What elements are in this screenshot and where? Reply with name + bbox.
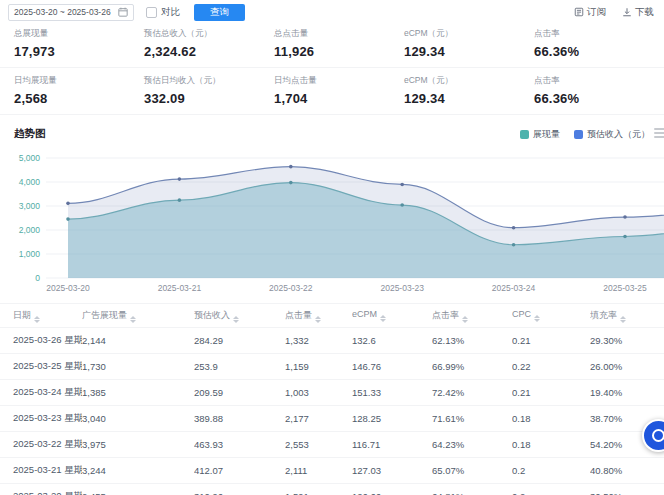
sort-icon[interactable]: [534, 315, 540, 322]
stat-value: 1,704: [274, 91, 404, 106]
sort-up-icon: [233, 316, 239, 319]
stat-value: 66.36%: [534, 44, 664, 59]
stat-card: eCPM（元）129.34: [404, 28, 534, 59]
sort-down-icon: [620, 320, 626, 323]
table-cell: 2025-03-21 星期五: [0, 458, 82, 484]
x-axis-tick-label: 2025-03-25: [603, 283, 647, 293]
table-cell: 3,040: [82, 406, 194, 432]
stat-card: 总点击量11,926: [274, 28, 404, 59]
stat-label: 日均展现量: [14, 75, 144, 87]
stat-value: 2,324.62: [144, 44, 274, 59]
checkbox-icon[interactable]: [146, 7, 157, 18]
stat-label: 点击率: [534, 75, 664, 87]
stat-label: 总点击量: [274, 28, 404, 40]
column-header[interactable]: 日期: [0, 304, 82, 328]
trend-section-header: 趋势图 展现量预估收入（元）: [0, 115, 664, 141]
sort-icon[interactable]: [462, 316, 468, 323]
table-row: 2025-03-26 星期三2,144284.291,332132.662.13…: [0, 328, 664, 354]
legend-item[interactable]: 展现量: [520, 128, 560, 141]
table-cell: 65.07%: [432, 458, 512, 484]
y-axis-tick-label: 5,000: [19, 153, 41, 163]
impressions-data-point: [400, 203, 404, 207]
download-label: 下载: [635, 6, 654, 19]
column-header[interactable]: eCPM: [352, 304, 432, 328]
trend-chart[interactable]: 01,0002,0003,0004,0005,0002025-03-202025…: [0, 143, 664, 295]
stat-label: 日均点击量: [274, 75, 404, 87]
table-cell: 310.96: [194, 484, 285, 495]
stats-row: 日均展现量2,568预估日均收入（元）332.09日均点击量1,704eCPM（…: [0, 68, 664, 115]
sort-icon[interactable]: [620, 316, 626, 323]
sort-icon[interactable]: [34, 316, 40, 323]
sort-down-icon: [315, 320, 321, 323]
stat-card: eCPM（元）129.34: [404, 75, 534, 106]
query-button[interactable]: 查询: [194, 4, 245, 21]
table-cell: 2,455: [82, 484, 194, 495]
toolbar: 2025-03-20 ~ 2025-03-26 对比 查询 订阅 下载: [0, 0, 664, 21]
table-cell: 2025-03-26 星期三: [0, 328, 82, 354]
column-header-label: 广告展现量: [82, 310, 127, 320]
stat-card: 点击率66.36%: [534, 75, 664, 106]
sort-icon[interactable]: [380, 315, 386, 322]
sort-up-icon: [620, 316, 626, 319]
table-cell: 3,975: [82, 432, 194, 458]
sort-icon[interactable]: [233, 316, 239, 323]
impressions-data-point: [66, 217, 70, 221]
table-cell: 1,003: [285, 380, 352, 406]
stat-value: 129.34: [404, 44, 534, 59]
date-range-value: 2025-03-20 ~ 2025-03-26: [14, 7, 111, 17]
legend-item[interactable]: 预估收入（元）: [574, 128, 650, 141]
y-axis-tick-label: 2,000: [19, 225, 41, 235]
date-range-input[interactable]: 2025-03-20 ~ 2025-03-26: [8, 4, 134, 21]
sort-up-icon: [380, 315, 386, 318]
sort-down-icon: [534, 319, 540, 322]
table-cell: 66.99%: [432, 354, 512, 380]
x-axis-tick-label: 2025-03-22: [269, 283, 313, 293]
compare-checkbox[interactable]: 对比: [146, 6, 180, 19]
column-header[interactable]: 填充率: [590, 304, 664, 328]
column-header[interactable]: 预估收入: [194, 304, 285, 328]
legend-label: 预估收入（元）: [587, 128, 650, 141]
column-header[interactable]: CPC: [512, 304, 590, 328]
sort-up-icon: [315, 316, 321, 319]
table-cell: 64.23%: [432, 432, 512, 458]
stats-row: 总展现量17,973预估总收入（元）2,324.62总点击量11,926eCPM…: [0, 21, 664, 68]
table-cell: 0.18: [512, 406, 590, 432]
sort-icon[interactable]: [315, 316, 321, 323]
download-icon: [622, 7, 632, 17]
table-cell: 126.66: [352, 484, 432, 495]
toolbox-icon[interactable]: [654, 128, 664, 139]
calendar-icon[interactable]: [118, 7, 128, 17]
subscribe-label: 订阅: [587, 6, 606, 19]
table-cell: 26.00%: [590, 354, 664, 380]
revenue-data-point: [178, 177, 182, 181]
stats-summary: 总展现量17,973预估总收入（元）2,324.62总点击量11,926eCPM…: [0, 21, 664, 115]
column-header[interactable]: 点击率: [432, 304, 512, 328]
column-header[interactable]: 广告展现量: [82, 304, 194, 328]
column-header-label: 填充率: [590, 310, 617, 320]
impressions-data-point: [623, 235, 627, 239]
sort-down-icon: [380, 319, 386, 322]
sort-down-icon: [233, 320, 239, 323]
table-cell: 146.76: [352, 354, 432, 380]
stat-label: 预估日均收入（元）: [144, 75, 274, 87]
stat-value: 332.09: [144, 91, 274, 106]
sort-down-icon: [462, 320, 468, 323]
stat-label: eCPM（元）: [404, 28, 534, 40]
table-cell: 40.80%: [590, 458, 664, 484]
stat-card: 点击率66.36%: [534, 28, 664, 59]
stat-value: 129.34: [404, 91, 534, 106]
table-cell: 412.07: [194, 458, 285, 484]
column-header-label: 预估收入: [194, 310, 230, 320]
revenue-data-point: [289, 165, 293, 169]
table-cell: 64.81%: [432, 484, 512, 495]
column-header[interactable]: 点击量: [285, 304, 352, 328]
sort-icon[interactable]: [130, 316, 136, 323]
stat-value: 17,973: [14, 44, 144, 59]
y-axis-tick-label: 1,000: [19, 249, 41, 259]
table-cell: 253.9: [194, 354, 285, 380]
subscribe-button[interactable]: 订阅: [574, 6, 606, 19]
download-button[interactable]: 下载: [622, 6, 654, 19]
table-cell: 2,111: [285, 458, 352, 484]
table-cell: 2025-03-23 星期日: [0, 406, 82, 432]
impressions-data-point: [178, 198, 182, 202]
